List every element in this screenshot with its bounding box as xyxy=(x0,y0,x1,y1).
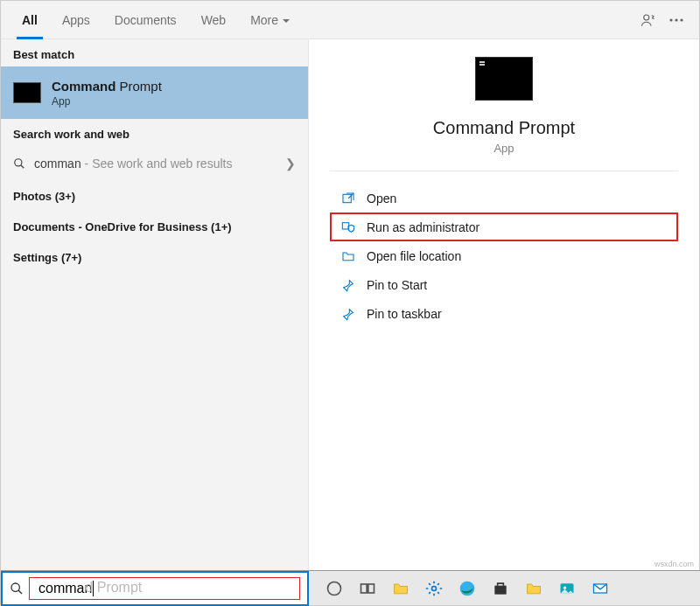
best-match-subtitle: App xyxy=(52,95,162,108)
svg-point-0 xyxy=(644,15,649,20)
action-pin-taskbar-label: Pin to taskbar xyxy=(367,307,442,321)
action-open[interactable]: Open xyxy=(330,184,678,212)
search-input-highlight: command Prompt xyxy=(29,577,300,600)
search-work-web-label: Search work and web xyxy=(1,119,308,146)
taskbar-icons xyxy=(309,575,613,602)
tab-documents[interactable]: Documents xyxy=(102,1,189,39)
best-match-label: Best match xyxy=(1,39,308,66)
tab-more[interactable]: More xyxy=(238,1,302,39)
preview-pane: Command Prompt App Open Run as administr… xyxy=(309,39,699,570)
shield-run-icon xyxy=(340,220,356,234)
svg-line-5 xyxy=(21,165,24,169)
account-icon[interactable] xyxy=(634,6,662,34)
action-pin-taskbar[interactable]: Pin to taskbar xyxy=(330,299,678,328)
best-match-title-rest: Prompt xyxy=(116,79,162,94)
svg-point-2 xyxy=(675,18,677,21)
chevron-right-icon: ❯ xyxy=(285,157,296,171)
file-explorer-icon[interactable] xyxy=(388,575,414,602)
preview-header: Command Prompt App xyxy=(330,57,678,171)
svg-point-10 xyxy=(328,582,341,595)
results-body: Best match Command Prompt App Search wor… xyxy=(1,39,699,570)
svg-rect-12 xyxy=(368,584,374,593)
best-match-title-bold: Command xyxy=(52,79,116,94)
pin-icon xyxy=(340,278,356,292)
start-search-window: { "tabs": { "all": "All", "apps": "Apps"… xyxy=(0,0,700,606)
search-icon xyxy=(10,582,24,596)
pin-icon xyxy=(340,307,356,321)
action-open-file-location[interactable]: Open file location xyxy=(330,241,678,270)
more-options-icon[interactable] xyxy=(662,6,690,34)
svg-rect-6 xyxy=(343,194,351,202)
best-match-text: Command Prompt App xyxy=(52,79,162,108)
svg-rect-11 xyxy=(361,584,368,593)
action-run-as-admin[interactable]: Run as administrator xyxy=(330,212,678,241)
open-icon xyxy=(340,192,356,205)
category-documents[interactable]: Documents - OneDrive for Business (1+) xyxy=(1,212,308,242)
category-settings[interactable]: Settings (7+) xyxy=(1,242,308,273)
action-open-label: Open xyxy=(367,192,396,205)
tab-web[interactable]: Web xyxy=(189,1,239,39)
svg-point-1 xyxy=(669,18,672,21)
search-web-row[interactable]: comman - See work and web results ❯ xyxy=(1,146,308,181)
action-run-as-admin-label: Run as administrator xyxy=(367,220,480,234)
edge-icon[interactable] xyxy=(454,575,480,602)
action-pin-start-label: Pin to Start xyxy=(367,278,427,292)
svg-point-4 xyxy=(15,159,22,166)
svg-line-9 xyxy=(18,590,22,594)
search-input[interactable] xyxy=(32,578,298,599)
tab-all[interactable]: All xyxy=(10,1,50,39)
action-open-file-location-label: Open file location xyxy=(367,249,461,263)
settings-icon[interactable] xyxy=(421,575,447,602)
category-photos[interactable]: Photos (3+) xyxy=(1,181,308,212)
file-explorer2-icon[interactable] xyxy=(521,575,547,602)
watermark: wsxdn.com xyxy=(654,560,694,568)
actions-list: Open Run as administrator Open file loca… xyxy=(309,171,699,340)
action-pin-start[interactable]: Pin to Start xyxy=(330,270,678,299)
svg-point-14 xyxy=(460,581,475,596)
search-web-text: comman - See work and web results xyxy=(27,157,285,171)
results-list: Best match Command Prompt App Search wor… xyxy=(1,39,309,570)
svg-point-13 xyxy=(432,586,437,590)
taskbar: command Prompt xyxy=(1,570,700,605)
text-caret xyxy=(93,581,94,596)
tab-apps[interactable]: Apps xyxy=(50,1,102,39)
preview-title: Command Prompt xyxy=(433,118,575,138)
mail-icon[interactable] xyxy=(587,575,613,602)
store-icon[interactable] xyxy=(487,575,514,602)
filter-tabs: All Apps Documents Web More xyxy=(1,1,699,39)
cortana-icon[interactable] xyxy=(321,575,347,602)
svg-point-8 xyxy=(11,583,19,591)
svg-point-3 xyxy=(680,18,682,21)
search-icon xyxy=(13,157,27,170)
command-prompt-preview-icon xyxy=(475,57,533,101)
search-box[interactable]: command Prompt xyxy=(1,571,309,606)
folder-icon xyxy=(340,249,356,263)
svg-point-16 xyxy=(564,586,566,589)
command-prompt-icon xyxy=(13,82,41,103)
task-view-icon[interactable] xyxy=(354,575,381,602)
preview-subtitle: App xyxy=(494,142,514,155)
photos-icon[interactable] xyxy=(554,575,580,602)
best-match-result[interactable]: Command Prompt App xyxy=(1,66,308,119)
